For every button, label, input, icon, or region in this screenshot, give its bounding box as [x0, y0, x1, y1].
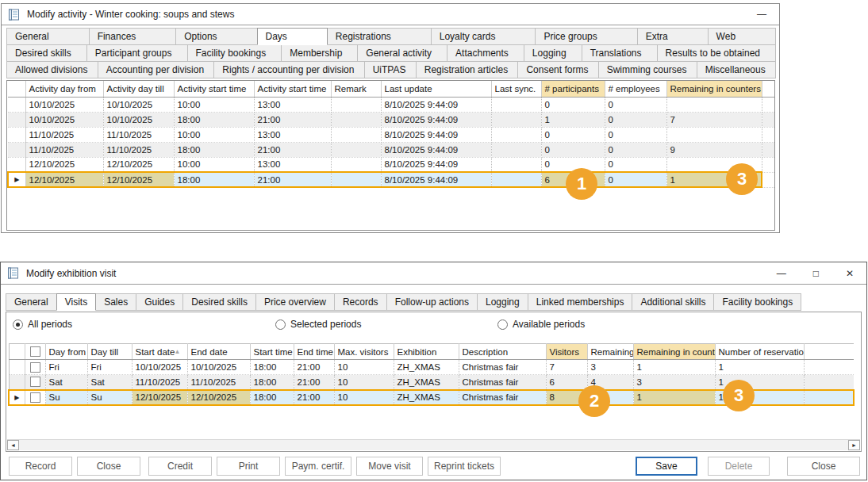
column-header-remaining-in-counters[interactable]: Remaining in counters — [666, 81, 762, 97]
column-header-number-of-reservations[interactable]: Number of reservations — [715, 344, 804, 360]
maximize-button[interactable]: □ — [813, 269, 819, 278]
tab-registrations[interactable]: Registrations — [327, 28, 432, 45]
close-button-footer[interactable]: Close — [787, 457, 860, 476]
column-header-day-till[interactable]: Day till — [87, 344, 132, 360]
row-checkbox[interactable] — [30, 362, 40, 373]
tab-rights-accounting-per-division[interactable]: Rights / accounting per division — [213, 61, 364, 78]
radio-available-periods[interactable]: Available periods — [497, 319, 585, 330]
cell[interactable]: 0 — [605, 97, 666, 112]
cell[interactable]: 12/10/2025 — [25, 157, 103, 172]
cell[interactable]: 8/10/2025 9:44:09 — [381, 127, 491, 142]
cell[interactable]: 8/10/2025 9:44:09 — [381, 142, 491, 157]
column-header-activity-start-time[interactable]: Activity start time — [254, 81, 331, 97]
cell[interactable]: 21:00 — [294, 390, 334, 405]
cell[interactable]: 12/10/2025 — [25, 172, 103, 187]
tab-facility-bookings[interactable]: Facility bookings — [187, 44, 282, 62]
tab-miscellaneous[interactable]: Miscellaneous — [697, 61, 776, 78]
select-all-checkbox[interactable] — [30, 346, 40, 357]
cell[interactable]: 13:00 — [254, 127, 331, 142]
column-header-visitors[interactable]: Visitors — [546, 344, 587, 360]
cell[interactable]: 21:00 — [254, 142, 331, 157]
column-header-exhibition[interactable]: Exhibition — [394, 344, 459, 360]
cell[interactable]: Sat — [87, 375, 132, 390]
row-selector[interactable] — [8, 157, 25, 172]
tab-results-to-be-obtained[interactable]: Results to be obtained — [657, 44, 776, 62]
cell[interactable]: 10/10/2025 — [187, 360, 250, 375]
cell[interactable]: 8/10/2025 9:44:09 — [381, 157, 491, 172]
cell[interactable]: 10/10/2025 — [132, 360, 187, 375]
close-button[interactable]: Close — [77, 457, 140, 476]
cell[interactable]: 10:00 — [174, 97, 254, 112]
column-header-start-time[interactable]: Start time — [250, 344, 294, 360]
cell[interactable]: ZH_XMAS — [394, 360, 459, 375]
cell[interactable]: 12/10/2025 — [187, 390, 250, 405]
cell[interactable]: 0 — [541, 142, 605, 157]
column-header-description[interactable]: Description — [459, 344, 546, 360]
cell[interactable] — [491, 172, 541, 187]
row-checkbox[interactable] — [30, 392, 40, 403]
cell[interactable] — [491, 97, 541, 112]
cell[interactable]: 18:00 — [250, 390, 294, 405]
cell[interactable]: 21:00 — [294, 360, 334, 375]
radio-selected-periods[interactable]: Selected periods — [275, 319, 361, 330]
column-header-remaining[interactable]: Remaining — [587, 344, 633, 360]
scroll-left-icon[interactable]: ◄ — [7, 440, 19, 450]
tab-linked-memberships[interactable]: Linked memberships — [528, 293, 633, 311]
row-selector[interactable] — [8, 127, 25, 142]
cell[interactable]: 8/10/2025 9:44:09 — [381, 97, 491, 112]
row-selector[interactable] — [9, 375, 25, 390]
cell[interactable]: 11/10/2025 — [187, 375, 250, 390]
tab-web[interactable]: Web — [708, 28, 776, 45]
cell[interactable]: 8/10/2025 9:44:09 — [381, 112, 491, 127]
cell[interactable]: 10/10/2025 — [103, 97, 174, 112]
minimize-button[interactable]: — — [757, 10, 766, 19]
cell[interactable]: 11/10/2025 — [103, 142, 174, 157]
close-button[interactable]: ✕ — [846, 269, 854, 278]
cell[interactable] — [331, 127, 381, 142]
cell[interactable]: 1 — [633, 360, 715, 375]
tab-records[interactable]: Records — [334, 293, 387, 311]
cell[interactable] — [331, 142, 381, 157]
tab-visits[interactable]: Visits — [56, 293, 96, 311]
tab-sales[interactable]: Sales — [95, 293, 136, 311]
tab-additional-skills[interactable]: Additional skills — [632, 293, 714, 311]
column-header-remark[interactable]: Remark — [331, 81, 381, 97]
row-selector[interactable] — [8, 142, 25, 157]
tab-finances[interactable]: Finances — [89, 28, 177, 45]
cell[interactable]: 0 — [605, 127, 666, 142]
cell[interactable]: Sat — [45, 375, 87, 390]
cell[interactable]: 0 — [605, 112, 666, 127]
tab-follow-up-actions[interactable]: Follow-up actions — [386, 293, 478, 311]
cell[interactable]: 21:00 — [254, 112, 331, 127]
radio-all-periods[interactable]: All periods — [13, 319, 72, 330]
cell[interactable] — [491, 157, 541, 172]
cell[interactable]: Christmas fair — [459, 360, 546, 375]
column-header-last-update[interactable]: Last update — [381, 81, 491, 97]
scroll-right-icon[interactable]: ► — [848, 440, 860, 450]
cell[interactable]: Su — [45, 390, 87, 405]
cell[interactable]: 7 — [546, 360, 587, 375]
cell[interactable]: 11/10/2025 — [132, 375, 187, 390]
cell[interactable]: 18:00 — [174, 172, 254, 187]
tab-registration-articles[interactable]: Registration articles — [416, 61, 519, 78]
cell[interactable]: 12/10/2025 — [103, 157, 174, 172]
tab-participant-groups[interactable]: Participant groups — [86, 44, 188, 62]
move-visit-button[interactable]: Move visit — [356, 457, 423, 476]
tab-general[interactable]: General — [6, 293, 57, 311]
cell[interactable] — [331, 157, 381, 172]
cell[interactable]: 1 — [633, 390, 715, 405]
delete-button[interactable]: Delete — [708, 457, 770, 476]
cell[interactable]: 18:00 — [250, 375, 294, 390]
tab-general[interactable]: General — [6, 28, 90, 45]
tab-accounting-per-division[interactable]: Accounting per division — [98, 61, 215, 78]
tab-attachments[interactable]: Attachments — [447, 44, 524, 62]
tab-loyalty-cards[interactable]: Loyalty cards — [431, 28, 536, 45]
cell[interactable]: 10 — [334, 390, 394, 405]
cell[interactable]: 12/10/2025 — [132, 390, 187, 405]
cell[interactable] — [666, 97, 762, 112]
tab-desired-skills[interactable]: Desired skills — [6, 44, 87, 62]
record-button[interactable]: Record — [9, 457, 72, 476]
tab-translations[interactable]: Translations — [582, 44, 658, 62]
minimize-button[interactable]: — — [777, 269, 786, 278]
cell[interactable]: 1 — [715, 360, 804, 375]
